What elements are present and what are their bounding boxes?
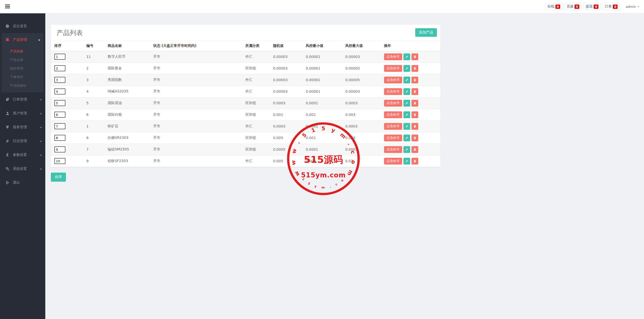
sidebar-item-params[interactable]: £ 参数设置 ▶ xyxy=(0,148,45,162)
trash-icon xyxy=(413,113,416,116)
cell-name: 国际原油 xyxy=(104,97,150,109)
delete-button[interactable] xyxy=(411,53,418,60)
sidebar-item-reports[interactable]: ¥ 报表管理 ▶ xyxy=(0,120,45,134)
close-market-button[interactable]: 点击休市 xyxy=(384,123,402,130)
sidebar-item-label: 系统设置 xyxy=(13,167,27,171)
edit-button[interactable] xyxy=(403,65,410,72)
sort-input[interactable] xyxy=(54,146,65,152)
cell-status: 开市 xyxy=(150,109,242,120)
sort-input[interactable] xyxy=(54,158,65,164)
cell-category: 外汇 xyxy=(242,120,270,132)
cell-number: 5 xyxy=(83,97,104,109)
close-market-button[interactable]: 点击休市 xyxy=(384,77,402,83)
trash-icon xyxy=(413,136,416,140)
pencil-icon xyxy=(405,101,409,105)
close-market-button[interactable]: 点击休市 xyxy=(384,53,402,60)
close-market-button[interactable]: 点击休市 xyxy=(384,100,402,107)
edit-button[interactable] xyxy=(403,146,410,153)
edit-button[interactable] xyxy=(403,158,410,165)
close-market-button[interactable]: 点击休市 xyxy=(384,65,402,72)
delete-button[interactable] xyxy=(411,88,418,95)
stat-count-badge: 0 xyxy=(594,5,598,9)
sort-input[interactable] xyxy=(54,123,65,129)
sort-submit-button[interactable]: 排序 xyxy=(51,173,66,182)
sidebar-item-logout[interactable]: 退出 xyxy=(0,176,45,189)
sort-input[interactable] xyxy=(54,77,65,83)
edit-button[interactable] xyxy=(403,88,410,95)
sidebar-subitem[interactable]: 风控管理 xyxy=(2,64,44,73)
cell-max: 0.00003 xyxy=(342,51,381,62)
close-market-button[interactable]: 点击休市 xyxy=(384,158,402,165)
sidebar-item-system[interactable]: 系统设置 ▶ xyxy=(0,162,45,176)
edit-button[interactable] xyxy=(403,77,410,83)
cell-category: 区块链 xyxy=(242,97,270,109)
sidebar-subitem[interactable]: 下单管控 xyxy=(2,73,44,81)
tags-icon xyxy=(5,139,10,143)
delete-button[interactable] xyxy=(411,100,418,107)
sort-input[interactable] xyxy=(54,65,65,71)
table-row: 11 数字人民币 开市 外汇 0.00003 0.00001 0.00003 点… xyxy=(51,51,440,62)
sort-input[interactable] xyxy=(54,100,65,106)
sidebar-subitem[interactable]: 产品回收站 xyxy=(2,81,44,90)
close-market-button[interactable]: 点击休市 xyxy=(384,146,402,153)
user-menu[interactable]: admin xyxy=(625,3,640,10)
delete-button[interactable] xyxy=(411,123,418,130)
menu-toggle-icon[interactable] xyxy=(5,5,10,9)
stat-count-badge: 0 xyxy=(555,5,560,9)
cell-category: 区块链 xyxy=(242,144,270,155)
cell-name: 国际黄金 xyxy=(104,62,150,74)
edit-button[interactable] xyxy=(403,53,410,60)
sidebar-item-products[interactable]: Ƀ 产品管理 ▶ xyxy=(2,33,44,47)
col-header-name: 商品名称 xyxy=(104,41,150,51)
sidebar-subitem[interactable]: 产品分类 xyxy=(2,56,44,64)
close-market-button[interactable]: 点击休市 xyxy=(384,135,402,141)
sidebar-item-orders[interactable]: 订单管理 ▶ xyxy=(0,92,45,106)
cell-status: 开市 xyxy=(150,120,242,132)
delete-button[interactable] xyxy=(411,135,418,141)
close-market-button[interactable]: 点击休市 xyxy=(384,88,402,95)
edit-button[interactable] xyxy=(403,100,410,107)
sidebar-item-logs[interactable]: 日志管理 ▶ xyxy=(0,134,45,148)
trash-icon xyxy=(413,55,416,58)
edit-button[interactable] xyxy=(403,111,410,118)
topbar-stat-button[interactable]: 在线 0 xyxy=(545,3,562,10)
table-row: 5 国际原油 开市 区块链 0.0003 0.0001 0.0003 点击休市 xyxy=(51,97,440,109)
add-product-button[interactable]: 添加产品 xyxy=(415,28,437,37)
delete-button[interactable] xyxy=(411,111,418,118)
cell-random: 0.0003 xyxy=(270,120,302,132)
chevron-right-icon: ▶ xyxy=(41,140,42,142)
sort-input[interactable] xyxy=(54,112,65,118)
topbar-stat-button[interactable]: 订单 0 xyxy=(602,3,620,10)
edit-button[interactable] xyxy=(403,135,410,141)
cell-max: 0.00005 xyxy=(342,74,381,86)
stat-label: 充值 xyxy=(566,4,574,9)
sort-input[interactable] xyxy=(54,88,65,94)
stat-count-badge: 0 xyxy=(613,5,618,9)
sort-input[interactable] xyxy=(54,54,65,60)
edit-button[interactable] xyxy=(403,123,410,130)
pencil-icon xyxy=(405,113,409,116)
cell-min: 0.0001 xyxy=(302,144,342,155)
delete-button[interactable] xyxy=(411,77,418,83)
sidebar-item-users[interactable]: 用户管理 ▶ xyxy=(0,106,45,120)
cell-random: 0.0003 xyxy=(270,97,302,109)
chevron-down-icon xyxy=(637,6,639,7)
delete-button[interactable] xyxy=(411,146,418,153)
table-row: 7 锰硅SM2305 开市 区块链 0.0005 0.0001 0.0003 点… xyxy=(51,144,440,155)
cell-max: 0.0003 xyxy=(342,144,381,155)
cell-category: 外汇 xyxy=(242,86,270,97)
delete-button[interactable] xyxy=(411,158,418,165)
close-market-button[interactable]: 点击休市 xyxy=(384,111,402,118)
delete-button[interactable] xyxy=(411,65,418,72)
col-header-ops: 操作 xyxy=(381,41,440,51)
cell-number: 2 xyxy=(83,62,104,74)
cell-number: 11 xyxy=(83,51,104,62)
col-header-category: 所属分类 xyxy=(242,41,270,51)
topbar-stat-button[interactable]: 提现 0 xyxy=(583,3,601,10)
cell-number: 1 xyxy=(83,120,104,132)
sort-input[interactable] xyxy=(54,135,65,141)
sidebar-item-dashboard[interactable]: 后台首页 xyxy=(0,19,45,33)
cell-name: 国际白银 xyxy=(104,109,150,120)
sidebar-subitem[interactable]: 产品列表 xyxy=(2,47,44,56)
topbar-stat-button[interactable]: 充值 0 xyxy=(564,3,582,10)
